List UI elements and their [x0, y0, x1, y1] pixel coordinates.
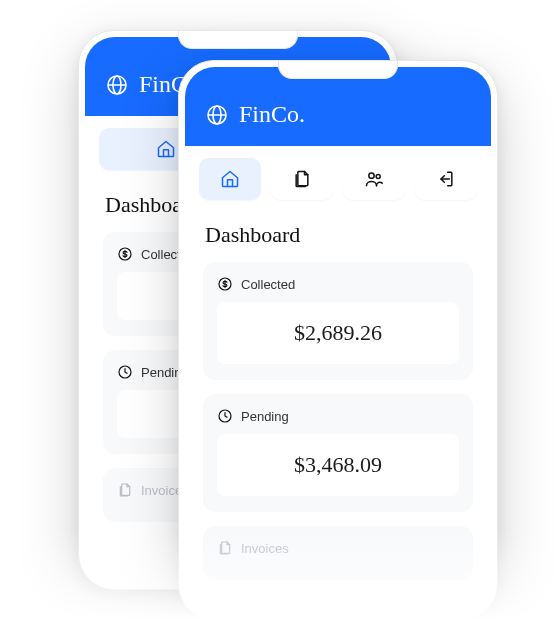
card-pending-value: $3,468.09: [217, 434, 459, 496]
nav-users[interactable]: [343, 158, 405, 200]
card-invoices: Invoices: [203, 526, 473, 580]
phone-notch: [178, 31, 298, 49]
page-title: Dashboard: [205, 222, 473, 248]
logout-icon: [436, 169, 456, 189]
card-collected: Collected $2,689.26: [203, 262, 473, 380]
dollar-icon: [217, 276, 233, 292]
nav-bar: [185, 146, 491, 206]
globe-icon: [105, 73, 129, 97]
card-collected-label: Collected: [241, 277, 295, 292]
users-icon: [364, 169, 384, 189]
svg-point-8: [369, 173, 374, 178]
home-icon: [220, 169, 240, 189]
globe-icon: [205, 103, 229, 127]
card-pending-label: Pending: [241, 409, 289, 424]
phone-mock-front: FinCo.: [178, 60, 498, 620]
nav-logout[interactable]: [415, 158, 477, 200]
home-icon: [156, 139, 176, 159]
screen: FinCo.: [185, 67, 491, 613]
clock-icon: [117, 364, 133, 380]
brand-name: FinCo.: [239, 101, 305, 128]
content-area: Dashboard Collected $2,689.26: [185, 206, 491, 613]
documents-icon: [292, 169, 312, 189]
card-collected-value: $2,689.26: [217, 302, 459, 364]
nav-home[interactable]: [199, 158, 261, 200]
card-invoices-label: Invoices: [241, 541, 289, 556]
documents-icon: [217, 540, 233, 556]
dollar-icon: [117, 246, 133, 262]
card-pending: Pending $3,468.09: [203, 394, 473, 512]
svg-point-9: [376, 175, 380, 179]
phone-notch: [278, 61, 398, 79]
nav-documents[interactable]: [271, 158, 333, 200]
documents-icon: [117, 482, 133, 498]
clock-icon: [217, 408, 233, 424]
